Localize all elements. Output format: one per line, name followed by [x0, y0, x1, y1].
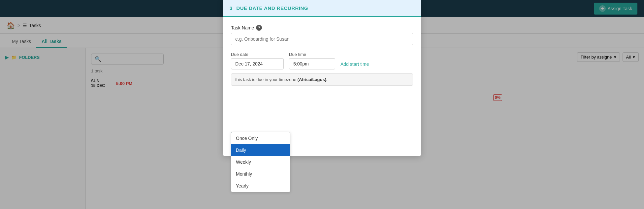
recurring-select-wrapper: Once Only Daily Weekly Monthly Yearly On… — [231, 132, 290, 145]
due-date-input[interactable] — [231, 58, 284, 69]
add-start-time-link[interactable]: Add start time — [340, 62, 369, 69]
modal-step: 3 — [230, 5, 232, 11]
recurring-container: Once Only Daily Weekly Monthly Yearly On… — [231, 132, 413, 145]
dropdown-item-once-only[interactable]: Once Only — [231, 132, 290, 144]
due-date-group: Due date — [231, 52, 284, 69]
dropdown-item-monthly[interactable]: Monthly — [231, 168, 290, 180]
modal-header: 3 DUE DATE AND RECURRING — [223, 0, 421, 17]
modal-title: DUE DATE AND RECURRING — [236, 5, 308, 11]
dropdown-item-yearly[interactable]: Yearly — [231, 180, 290, 192]
dropdown-item-daily[interactable]: Daily — [231, 144, 290, 156]
due-time-input[interactable] — [289, 58, 335, 69]
task-name-input[interactable] — [231, 33, 413, 45]
date-time-row: Due date Due time Add start time — [231, 52, 413, 69]
modal-body: Task Name ? Due date Due time Add start … — [223, 17, 421, 145]
due-time-group: Due time — [289, 52, 335, 69]
task-name-label: Task Name ? — [231, 25, 413, 31]
recurring-dropdown-menu: Once Only Daily Weekly Monthly Yearly — [231, 132, 290, 192]
task-name-group: Task Name ? — [231, 25, 413, 45]
due-time-label: Due time — [289, 52, 335, 57]
dropdown-item-weekly[interactable]: Weekly — [231, 156, 290, 168]
help-icon[interactable]: ? — [256, 25, 262, 31]
modal-due-date-recurring: 3 DUE DATE AND RECURRING Task Name ? Due… — [223, 0, 421, 156]
timezone-value: (Africa/Lagos). — [298, 77, 328, 82]
due-date-label: Due date — [231, 52, 284, 57]
timezone-note: this task is due in your timezone (Afric… — [231, 73, 413, 86]
